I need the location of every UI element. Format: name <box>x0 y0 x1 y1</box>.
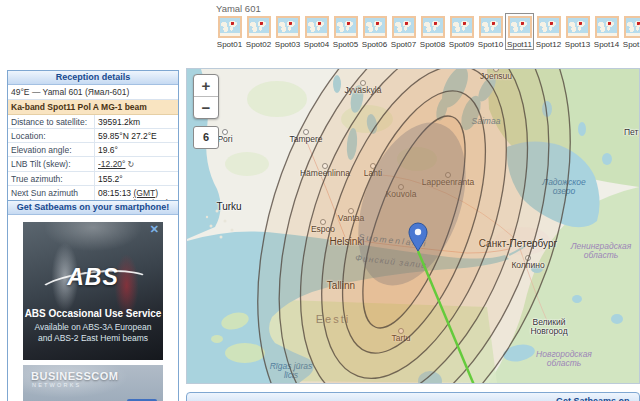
sun-time-line: 08:15:13 (GMT) <box>98 188 175 198</box>
spot-label: Spot08 <box>419 40 446 49</box>
spot-thumbnail-map-icon <box>508 16 532 38</box>
spot-cell-spot03[interactable]: Spot03 <box>273 13 302 50</box>
spot-cell-spot04[interactable]: Spot04 <box>302 13 331 50</box>
spot-cell-spot07[interactable]: Spot07 <box>389 13 418 50</box>
spot-label: Spot02 <box>245 40 272 49</box>
abs-ad-subtitle-line1: Available on ABS-3A European <box>23 322 163 333</box>
spot-label: Spot04 <box>303 40 330 49</box>
spot-thumbnail-map-icon <box>566 16 590 38</box>
abs-ad-title: ABS Occasional Use Service <box>23 308 163 319</box>
zoom-out-button[interactable]: − <box>194 96 218 118</box>
spot-label: Spot09 <box>448 40 475 49</box>
spot-thumbnail-map-icon <box>537 16 561 38</box>
spot-cell-spot12[interactable]: Spot12 <box>534 13 563 50</box>
spot-cell-spot01[interactable]: Spot01 <box>215 13 244 50</box>
abs-ad-subtitle-line2: and ABS-2 East Hemi beams <box>23 333 163 344</box>
zoom-in-button[interactable]: + <box>194 75 218 96</box>
spot-strip: Spot01Spot02Spot03Spot04Spot05Spot06Spot… <box>215 13 640 50</box>
spot-label: Spot07 <box>390 40 417 49</box>
satellite-name-line: 49°E — Yamal 601 (Ямал-601) <box>8 85 178 100</box>
spot-label: Spot05 <box>332 40 359 49</box>
spot-thumbnail-map-icon <box>595 16 619 38</box>
promo-panel: Get Satbeams on your smartphone! ✕ ABS A… <box>7 200 179 401</box>
marker-center-dot <box>415 229 421 235</box>
businesscom-logo-sub: NETWORKS <box>32 382 163 389</box>
spot-thumbnail-map-icon <box>218 16 242 38</box>
reception-row: True azimuth:155.2° <box>8 172 178 186</box>
reception-row-value: 39591.2km <box>95 115 178 128</box>
bottom-panel-header: Get Satbeams on <box>186 392 640 401</box>
lnb-tilt-link[interactable]: -12.20° <box>98 159 126 169</box>
spot-thumbnail-map-icon <box>479 16 503 38</box>
reception-row-label: LNB Tilt (skew): <box>8 157 95 171</box>
spot-thumbnail-map-icon <box>363 16 387 38</box>
spot-thumbnail-map-icon <box>305 16 329 38</box>
reception-row: Distance to satellite:39591.2km <box>8 115 178 129</box>
spot-label: Spot14 <box>593 40 620 49</box>
time-link-gmt[interactable]: (GMT) <box>133 188 158 198</box>
spot-label: Spot06 <box>361 40 388 49</box>
spot-label: Spot15 <box>622 40 640 49</box>
reception-row-label: Location: <box>8 129 95 142</box>
businesscom-ad-banner[interactable]: BUSINESSCOM NETWORKS Custom SATCOM <box>23 365 163 401</box>
reception-row: LNB Tilt (skew):-12.20°↻ <box>8 157 178 172</box>
reception-row-value: 19.6° <box>95 143 178 156</box>
spot-cell-spot06[interactable]: Spot06 <box>360 13 389 50</box>
spot-label: Spot03 <box>274 40 301 49</box>
spot-thumbnail-map-icon <box>392 16 416 38</box>
spot-cell-spot11[interactable]: Spot11 <box>505 13 534 50</box>
spot-thumbnail-map-icon <box>247 16 271 38</box>
spot-thumbnail-map-icon <box>421 16 445 38</box>
map-zoom-control: + − <box>193 74 219 119</box>
spot-cell-spot02[interactable]: Spot02 <box>244 13 273 50</box>
reception-row: Location:59.85°N 27.2°E <box>8 129 178 143</box>
abs-logo: ABS <box>23 264 163 291</box>
reception-row: Elevation angle:19.6° <box>8 143 178 157</box>
bottom-panel-title: Get Satbeams on <box>556 396 630 401</box>
coverage-map[interactable]: JoensuuJyväskyläPoriTampereHämeenlinnaLa… <box>186 68 640 384</box>
beam-overlay-svg <box>187 69 639 383</box>
spot-thumbnail-map-icon <box>334 16 358 38</box>
reception-row-label: Distance to satellite: <box>8 115 95 128</box>
reception-details-panel: Reception details 49°E — Yamal 601 (Ямал… <box>7 70 179 210</box>
spot-thumbnail-map-icon <box>624 16 640 38</box>
reception-row-value: -12.20°↻ <box>95 157 178 171</box>
ad-close-icon[interactable]: ✕ <box>150 223 159 236</box>
spot-label: Spot11 <box>506 40 533 49</box>
spot-cell-spot10[interactable]: Spot10 <box>476 13 505 50</box>
reception-row-value: 155.2° <box>95 172 178 185</box>
spot-cell-spot09[interactable]: Spot09 <box>447 13 476 50</box>
spot-label: Spot12 <box>535 40 562 49</box>
spot-cell-spot13[interactable]: Spot13 <box>563 13 592 50</box>
reception-row-label: True azimuth: <box>8 172 95 185</box>
reception-row-value: 59.85°N 27.2°E <box>95 129 178 142</box>
spot-thumbnail-map-icon <box>450 16 474 38</box>
beam-name-line: Ka-band Spot11 Pol A MG-1 beam <box>8 100 178 115</box>
reception-table: Distance to satellite:39591.2kmLocation:… <box>8 115 178 209</box>
businesscom-logo: BUSINESSCOM <box>31 371 163 382</box>
spot-label: Spot13 <box>564 40 591 49</box>
abs-ad-subtitle: Available on ABS-3A European and ABS-2 E… <box>23 322 163 344</box>
spot-cell-spot14[interactable]: Spot14 <box>592 13 621 50</box>
promo-panel-body: ✕ ABS ABS Occasional Use Service Availab… <box>8 215 178 401</box>
spot-cell-spot15[interactable]: Spot15 <box>621 13 640 50</box>
reception-panel-title: Reception details <box>8 71 178 85</box>
promo-panel-title: Get Satbeams on your smartphone! <box>8 201 178 215</box>
abs-ad-banner[interactable]: ✕ ABS ABS Occasional Use Service Availab… <box>23 222 163 360</box>
map-count-badge[interactable]: 6 <box>193 126 219 149</box>
spot-cell-spot05[interactable]: Spot05 <box>331 13 360 50</box>
spot-label: Spot10 <box>477 40 504 49</box>
spot-label: Spot01 <box>216 40 243 49</box>
satbeams-page: Yamal 601 Spot01Spot02Spot03Spot04Spot05… <box>0 0 640 401</box>
reception-row-label: Elevation angle: <box>8 143 95 156</box>
spot-cell-spot08[interactable]: Spot08 <box>418 13 447 50</box>
rotate-skew-icon: ↻ <box>128 160 135 169</box>
spot-thumbnail-map-icon <box>276 16 300 38</box>
